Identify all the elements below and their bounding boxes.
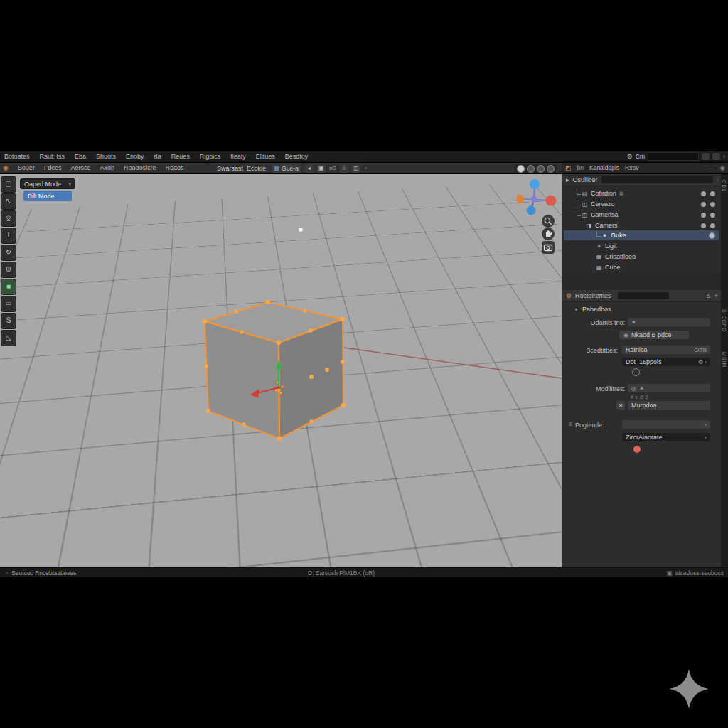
outliner-item-crisatfloeo[interactable]: ▦ Crisatfloeo — [564, 252, 719, 262]
collapse-icon[interactable]: ‹ — [717, 178, 718, 183]
move-tool-icon[interactable]: ✛ — [1, 228, 16, 244]
outliner-menu-2[interactable]: Rxov — [625, 164, 638, 171]
gizmo-axis-x[interactable] — [546, 196, 557, 206]
outliner-item-camera-3[interactable]: ◨ Camers — [564, 220, 719, 230]
overlays-icon[interactable]: ◫ — [352, 164, 360, 173]
strip-label[interactable]: MSIM — [722, 352, 727, 368]
vmenu-aersce[interactable]: Aersce — [70, 164, 90, 171]
shading-rendered-button[interactable] — [547, 165, 555, 173]
settings-field[interactable]: Ratnica SITB — [622, 346, 710, 354]
shading-solid-button[interactable] — [527, 165, 535, 173]
select-box-tool-icon[interactable]: ▢ — [1, 176, 16, 193]
cursor-tool-icon[interactable]: ↖ — [1, 193, 16, 210]
menu-fleaty[interactable]: fleaty — [230, 153, 246, 160]
vmenu-fdces[interactable]: Fdces — [44, 164, 62, 171]
shading-wireframe-button[interactable] — [517, 165, 525, 173]
transform-tool-icon[interactable]: ▭ — [1, 296, 16, 312]
outliner-item-cube[interactable]: ▦ Cube — [564, 262, 719, 272]
pivot-dropdown[interactable]: Swarsast — [217, 165, 243, 172]
measure-tool-icon[interactable]: S — [1, 313, 16, 329]
orientation-dropdown[interactable]: ▦ Gue-a — [272, 164, 301, 173]
render-toggle-icon[interactable] — [710, 202, 715, 207]
options-icon[interactable]: + — [714, 292, 718, 299]
snap-target-icon[interactable]: ▣ — [317, 164, 326, 173]
outliner-item-camera-2[interactable]: ◫ Camerisa — [564, 210, 719, 220]
properties-title: Rocteiremes — [575, 292, 611, 299]
editor-type-icon[interactable]: ◉ — [3, 164, 9, 171]
gizmo-axis-z[interactable] — [530, 179, 540, 189]
new-data-button[interactable]: ◉ Nkaod B pdce — [619, 331, 689, 339]
properties-search-input[interactable] — [618, 292, 669, 299]
filter-icon[interactable]: ◉ — [720, 164, 725, 171]
modifiers-field[interactable]: ◎ ✕ — [628, 384, 710, 392]
render-toggle-icon[interactable] — [710, 223, 715, 228]
outliner-editor-icon[interactable]: ◩ — [565, 164, 572, 171]
hide-toggle-icon[interactable] — [701, 202, 706, 207]
gizmo-axis-y[interactable] — [517, 195, 525, 204]
hide-toggle-icon[interactable] — [701, 191, 706, 196]
shading-material-button[interactable] — [537, 165, 545, 173]
minimize-icon[interactable]: — — [708, 164, 714, 171]
remove-modifier-button[interactable]: ✕ — [616, 401, 625, 410]
section-title[interactable]: Pabedbos — [582, 306, 611, 313]
strip-label[interactable]: SIECPD — [722, 309, 727, 332]
select-circle-tool-icon[interactable]: ◎ — [1, 210, 16, 227]
modifier-name-field[interactable]: Murpdoa — [628, 401, 710, 410]
mode-dropdown[interactable]: Oaped Mode ▾ — [20, 178, 75, 189]
render-toggle-icon[interactable] — [710, 213, 715, 218]
menu-elitues[interactable]: Elitues — [256, 153, 275, 160]
annotate-tool-icon[interactable]: ■ — [1, 279, 16, 295]
outliner-item-collection[interactable]: ▤ Cofirdion ◍ — [564, 188, 719, 198]
vmenu-axon[interactable]: Axon — [100, 164, 114, 171]
menu-rigbics[interactable]: Rigbics — [200, 153, 221, 160]
scene-name[interactable]: Cm — [636, 153, 645, 160]
render-toggle-icon[interactable] — [709, 232, 715, 239]
scene-chevron-icon[interactable]: › — [723, 153, 725, 160]
data-field[interactable]: ⚭ — [628, 318, 710, 326]
outliner-item-light[interactable]: ☀ Ligit — [564, 241, 719, 251]
vmenu-roaos[interactable]: Roaos — [165, 164, 183, 171]
view-layer-field[interactable] — [648, 152, 699, 161]
vmenu-roaooslcre[interactable]: Roaooslcre — [124, 164, 156, 171]
render-toggle-icon[interactable] — [710, 191, 715, 196]
menu-enoby[interactable]: Enoby — [126, 153, 144, 160]
menu-besdtoy[interactable]: Besdtoy — [285, 153, 309, 160]
menu-shuots[interactable]: Shuots — [96, 153, 116, 160]
outliner-item-cube-selected[interactable]: ● Guke — [564, 230, 719, 240]
menu-raut[interactable]: Raut: tss — [40, 153, 65, 160]
outliner-item-camera-1[interactable]: ◫ Cervezo — [564, 199, 719, 209]
knife-tool-icon[interactable]: ◺ — [1, 330, 16, 346]
snap-magnet-icon[interactable]: ◂ — [305, 164, 314, 173]
modifier-toggle-icons[interactable]: ◎ ✕ — [631, 385, 645, 392]
zoom-button[interactable] — [542, 215, 555, 228]
navigation-gizmo[interactable] — [517, 178, 557, 218]
outliner-search-input[interactable] — [601, 176, 713, 183]
hide-toggle-icon[interactable] — [701, 223, 706, 228]
pan-button[interactable] — [542, 228, 555, 240]
strip-label[interactable]: OB1 — [722, 180, 727, 192]
rotate-tool-icon[interactable]: ↻ — [1, 245, 16, 261]
menu-reues[interactable]: Reues — [171, 153, 190, 160]
pin-button[interactable]: S — [707, 292, 711, 299]
edit-mode-option[interactable]: Bilt Mode — [23, 191, 72, 201]
section-arrow-icon[interactable]: ▼ — [574, 307, 579, 312]
path-suffix-icon[interactable]: ⚙ › — [698, 359, 707, 365]
hide-toggle-icon[interactable] — [701, 213, 706, 218]
pointer-value-field[interactable]: ZircrAiaorate › — [622, 433, 710, 441]
pointer-field[interactable]: › — [622, 420, 710, 429]
scale-tool-icon[interactable]: ⊕ — [1, 262, 16, 278]
proportional-edit-icon[interactable]: ○ — [340, 164, 348, 173]
viewport-3d[interactable] — [0, 174, 562, 567]
properties-tab-icon[interactable]: ⚙ — [566, 292, 572, 299]
layer-button-1[interactable] — [702, 153, 710, 160]
menu-botoates[interactable]: Botoates — [4, 153, 30, 160]
menu-rla[interactable]: rla — [154, 153, 161, 160]
camera-view-button[interactable] — [542, 241, 555, 254]
vmenu-souer[interactable]: Souer — [18, 164, 35, 171]
menu-eba[interactable]: Eba — [75, 153, 86, 160]
layer-button-2[interactable] — [712, 153, 720, 160]
path-field[interactable]: Dbt_16ppols ⚙ › — [622, 358, 710, 366]
plus-icon[interactable]: + — [364, 165, 368, 171]
gizmo-axis-z-neg[interactable] — [527, 206, 536, 215]
outliner-menu-1[interactable]: Kanaldopis — [589, 164, 619, 171]
